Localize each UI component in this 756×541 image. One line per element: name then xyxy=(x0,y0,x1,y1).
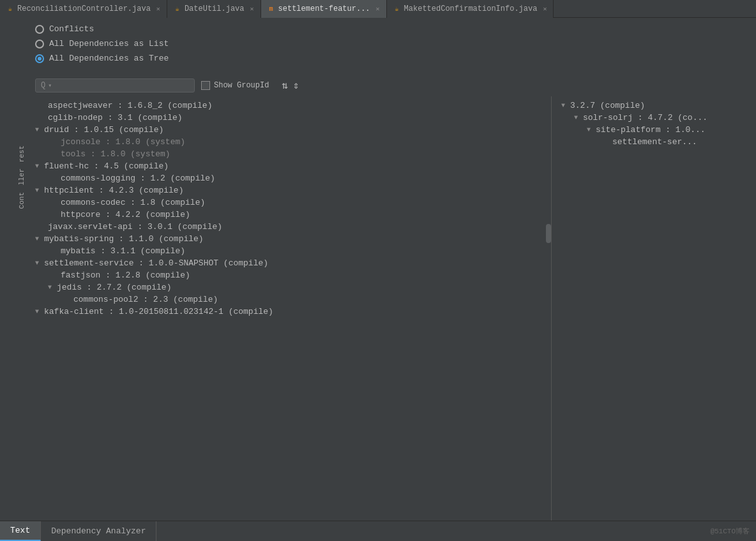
dep-text-commons-pool2: commons-pool2 : 2.3 (compile) xyxy=(73,295,218,304)
dep-right-1[interactable]: ▼ solr-solrj : 4.7.2 (co... xyxy=(552,112,756,124)
dep-arrow-kafka[interactable]: ▼ xyxy=(35,308,39,315)
watermark: @51CTO博客 xyxy=(710,521,756,541)
dep-text-httpclient: httpclient : 4.2.3 (compile) xyxy=(44,186,183,195)
dep-settlement-service[interactable]: ▼ settlement-service : 1.0.0-SNAPSHOT (c… xyxy=(26,257,551,269)
dep-text-settlement: settlement-service : 1.0.0-SNAPSHOT (com… xyxy=(44,258,268,268)
dep-text-commons-codec: commons-codec : 1.8 (compile) xyxy=(61,198,205,207)
dep-text-right-2: site-platform : 1.0... xyxy=(596,125,706,135)
tab-settlement[interactable]: m settlement-featur... ✕ xyxy=(261,0,387,18)
dep-commons-logging[interactable]: commons-logging : 1.2 (compile) xyxy=(26,172,551,184)
dep-arrow-httpclient[interactable]: ▼ xyxy=(35,187,39,194)
bottom-tab-text-label: Text xyxy=(10,526,30,535)
dep-arrow-right-1[interactable]: ▼ xyxy=(574,114,578,121)
dep-commons-codec[interactable]: commons-codec : 1.8 (compile) xyxy=(26,196,551,209)
dep-mybatis[interactable]: mybatis : 3.1.1 (compile) xyxy=(26,245,551,257)
dep-httpclient[interactable]: ▼ httpclient : 4.2.3 (compile) xyxy=(26,184,551,196)
dep-text-kafka: kafka-client : 1.0-20150811.023142-1 (co… xyxy=(44,307,273,316)
java-icon-makeconfirmation: ☕ xyxy=(393,5,401,13)
dep-cglib[interactable]: cglib-nodep : 3.1 (compile) xyxy=(26,112,551,124)
bottom-tab-text[interactable]: Text xyxy=(0,521,41,541)
tab-close-dateutil[interactable]: ✕ xyxy=(250,5,254,13)
radio-conflicts[interactable]: Conflicts xyxy=(35,24,746,34)
radio-all-deps-tree[interactable]: All Dependencies as Tree xyxy=(35,54,746,63)
dep-no-arrow-commons-codec xyxy=(48,199,56,206)
dep-kafka-client[interactable]: ▼ kafka-client : 1.0-20150811.023142-1 (… xyxy=(26,306,551,318)
dep-right-2[interactable]: ▼ site-platform : 1.0... xyxy=(552,124,756,136)
side-label-cont: Cont xyxy=(18,192,26,209)
dep-right-0[interactable]: ▼ 3.2.7 (compile) xyxy=(552,100,756,112)
radio-circle-tree xyxy=(35,54,44,63)
dep-text-javax: javax.servlet-api : 3.0.1 (compile) xyxy=(48,222,222,232)
dep-arrow-right-2[interactable]: ▼ xyxy=(587,126,591,133)
dep-text-mybatis-spring: mybatis-spring : 1.1.0 (compile) xyxy=(44,234,204,244)
dep-commons-pool2[interactable]: commons-pool2 : 2.3 (compile) xyxy=(26,293,551,306)
show-groupid-checkbox[interactable]: Show GroupId xyxy=(201,81,269,90)
search-input[interactable] xyxy=(52,81,179,90)
dep-no-arrow-tools xyxy=(48,151,56,158)
tab-label-settlement: settlement-featur... xyxy=(278,4,370,13)
groupid-checkbox-box[interactable] xyxy=(201,81,210,90)
dep-aspectjweaver[interactable]: aspectjweaver : 1.6.8_2 (compile) xyxy=(26,100,551,112)
dep-arrow-mybatis-spring[interactable]: ▼ xyxy=(35,235,39,242)
radio-label-tree: All Dependencies as Tree xyxy=(49,54,169,63)
dep-no-arrow-commons-logging xyxy=(48,175,56,182)
tab-close-makettedconfirmation[interactable]: ✕ xyxy=(543,5,547,13)
dep-httpcore[interactable]: httpcore : 4.2.2 (compile) xyxy=(26,209,551,221)
search-input-wrapper[interactable]: Q ▾ xyxy=(35,78,195,93)
radio-label-conflicts: Conflicts xyxy=(49,24,94,34)
dep-arrow-jedis[interactable]: ▼ xyxy=(48,284,52,291)
dep-text-jedis: jedis : 2.7.2 (compile) xyxy=(57,283,171,292)
dep-javax-servlet[interactable]: javax.servlet-api : 3.0.1 (compile) xyxy=(26,221,551,233)
dep-text-cglib: cglib-nodep : 3.1 (compile) xyxy=(48,113,183,122)
dep-text-fluent: fluent-hc : 4.5 (compile) xyxy=(44,161,169,171)
collapse-all-icon[interactable]: ⇅ xyxy=(282,79,288,92)
radio-all-deps-list[interactable]: All Dependencies as List xyxy=(35,39,746,48)
dep-no-arrow-right-3 xyxy=(600,138,607,145)
side-label-ller: ller xyxy=(18,168,26,185)
dep-text-right-0: 3.2.7 (compile) xyxy=(570,101,645,110)
side-label-rest: rest xyxy=(18,145,26,162)
dep-fluent-hc[interactable]: ▼ fluent-hc : 4.5 (compile) xyxy=(26,160,551,172)
maven-icon-settlement: m xyxy=(268,5,275,13)
dep-text-fastjson: fastjson : 1.2.8 (compile) xyxy=(61,270,190,280)
dep-druid[interactable]: ▼ druid : 1.0.15 (compile) xyxy=(26,124,551,136)
search-prefix: Q xyxy=(41,81,45,90)
dep-container: aspectjweaver : 1.6.8_2 (compile) cglib-… xyxy=(26,96,756,521)
show-groupid-label: Show GroupId xyxy=(214,81,269,90)
dep-right-3[interactable]: settlement-ser... xyxy=(552,136,756,148)
dep-arrow-druid[interactable]: ▼ xyxy=(35,126,39,133)
dep-jedis[interactable]: ▼ jedis : 2.7.2 (compile) xyxy=(26,281,551,293)
scrollbar-thumb[interactable] xyxy=(546,224,551,243)
toolbar-icons: ⇅ ⇕ xyxy=(282,79,299,92)
dep-no-arrow-pool2 xyxy=(61,296,68,303)
dep-text-druid: druid : 1.0.15 (compile) xyxy=(44,125,163,135)
tab-dateutil[interactable]: ☕ DateUtil.java ✕ xyxy=(167,0,261,18)
tab-close-reconciliation[interactable]: ✕ xyxy=(156,5,160,13)
expand-all-icon[interactable]: ⇕ xyxy=(293,79,299,92)
radio-circle-list xyxy=(35,40,44,48)
dep-tree-right[interactable]: ▼ 3.2.7 (compile) ▼ solr-solrj : 4.7.2 (… xyxy=(552,96,756,521)
dep-mybatis-spring[interactable]: ▼ mybatis-spring : 1.1.0 (compile) xyxy=(26,233,551,245)
dep-no-arrow-javax xyxy=(35,223,43,230)
content-area: Conflicts All Dependencies as List All D… xyxy=(26,18,756,521)
dep-no-arrow-httpcore xyxy=(48,211,56,218)
dep-arrow-settlement[interactable]: ▼ xyxy=(35,260,39,267)
dep-arrow-fluent[interactable]: ▼ xyxy=(35,163,39,170)
dep-jconsole[interactable]: jconsole : 1.8.0 (system) xyxy=(26,136,551,148)
dep-fastjson[interactable]: fastjson : 1.2.8 (compile) xyxy=(26,269,551,281)
dep-text-right-3: settlement-ser... xyxy=(612,137,697,147)
dep-tools[interactable]: tools : 1.8.0 (system) xyxy=(26,148,551,160)
search-bar: Q ▾ Show GroupId ⇅ ⇕ xyxy=(26,75,756,96)
tab-makettedconfirmation[interactable]: ☕ MakettedConfirmationInfo.java ✕ xyxy=(387,0,554,18)
main-area: rest ller Cont Conflicts All Dependencie… xyxy=(0,18,756,521)
dep-tree-left[interactable]: aspectjweaver : 1.6.8_2 (compile) cglib-… xyxy=(26,96,552,521)
tab-reconciliation[interactable]: ☕ ReconciliationController.java ✕ xyxy=(0,0,167,18)
tab-close-settlement[interactable]: ✕ xyxy=(376,5,380,13)
dep-text-right-1: solr-solrj : 4.7.2 (co... xyxy=(583,113,707,122)
bottom-tab-dep-analyzer[interactable]: Dependency Analyzer xyxy=(41,521,156,541)
bottom-tab-dep-label: Dependency Analyzer xyxy=(51,526,146,536)
java-icon-reconciliation: ☕ xyxy=(6,5,14,13)
radio-circle-conflicts xyxy=(35,25,44,34)
dep-arrow-right-0[interactable]: ▼ xyxy=(561,102,565,109)
dep-text-commons-logging: commons-logging : 1.2 (compile) xyxy=(61,174,215,183)
